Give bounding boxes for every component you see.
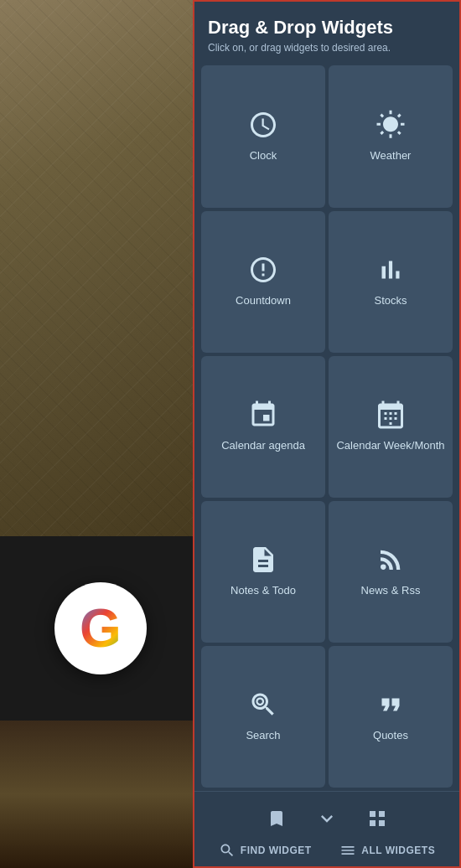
notes-icon <box>248 545 278 579</box>
bottom-actions: FIND WIDGET ALL WIDGETS <box>194 842 459 859</box>
widget-weather[interactable]: Weather <box>329 65 453 207</box>
widget-stocks[interactable]: Stocks <box>329 211 453 353</box>
calendar-week-month-label: Calendar Week/Month <box>336 439 444 453</box>
widget-countdown[interactable]: Countdown <box>201 211 325 353</box>
find-widget-label: FIND WIDGET <box>241 845 312 856</box>
all-widgets-label: ALL WIDGETS <box>361 845 435 856</box>
quotes-label: Quotes <box>373 729 408 743</box>
google-g-letter: G <box>80 597 122 659</box>
bookmark-icon-button[interactable] <box>260 802 293 835</box>
all-widgets-button[interactable]: ALL WIDGETS <box>339 842 435 859</box>
widget-notes-todo[interactable]: Notes & Todo <box>201 501 325 643</box>
quotes-icon <box>376 690 406 724</box>
widget-search[interactable]: Search <box>201 646 325 788</box>
countdown-label: Countdown <box>236 294 291 308</box>
search-widget-icon <box>248 690 278 724</box>
google-circle: G <box>54 582 147 674</box>
stocks-label: Stocks <box>374 294 407 308</box>
widget-news-rss[interactable]: News & Rss <box>329 501 453 643</box>
search-label: Search <box>246 729 280 743</box>
find-widget-button[interactable]: FIND WIDGET <box>219 842 312 859</box>
stocks-icon <box>376 255 406 289</box>
clock-icon <box>248 110 278 144</box>
panel-header: Drag & Drop Widgets Click on, or drag wi… <box>194 2 459 62</box>
bottom-icons <box>260 792 394 842</box>
clock-label: Clock <box>250 149 277 163</box>
calendar-agenda-label: Calendar agenda <box>221 439 305 453</box>
widget-clock[interactable]: Clock <box>201 65 325 207</box>
widget-quotes[interactable]: Quotes <box>329 646 453 788</box>
widget-panel: Drag & Drop Widgets Click on, or drag wi… <box>193 0 461 868</box>
grid-icon-button[interactable] <box>360 802 394 835</box>
weather-icon <box>376 110 406 144</box>
widget-calendar-agenda[interactable]: Calendar agenda <box>201 356 325 498</box>
rss-icon <box>376 545 406 579</box>
chevron-down-icon-button[interactable] <box>310 802 344 835</box>
calendar-agenda-icon <box>248 400 278 434</box>
widget-grid: Clock Weather Countdown <box>194 62 459 791</box>
google-logo-area: G <box>0 536 201 721</box>
widget-calendar-week-month[interactable]: Calendar Week/Month <box>329 356 453 498</box>
bottom-bar: FIND WIDGET ALL WIDGETS <box>194 791 459 866</box>
countdown-icon <box>248 255 278 289</box>
person-area <box>0 721 201 868</box>
panel-title: Drag & Drop Widgets <box>208 17 446 39</box>
svg-point-0 <box>257 699 264 705</box>
calendar-week-icon <box>376 400 406 434</box>
notes-todo-label: Notes & Todo <box>230 584 296 598</box>
news-rss-label: News & Rss <box>361 584 421 598</box>
weather-label: Weather <box>370 149 412 163</box>
panel-subtitle: Click on, or drag widgets to desired are… <box>208 42 446 54</box>
